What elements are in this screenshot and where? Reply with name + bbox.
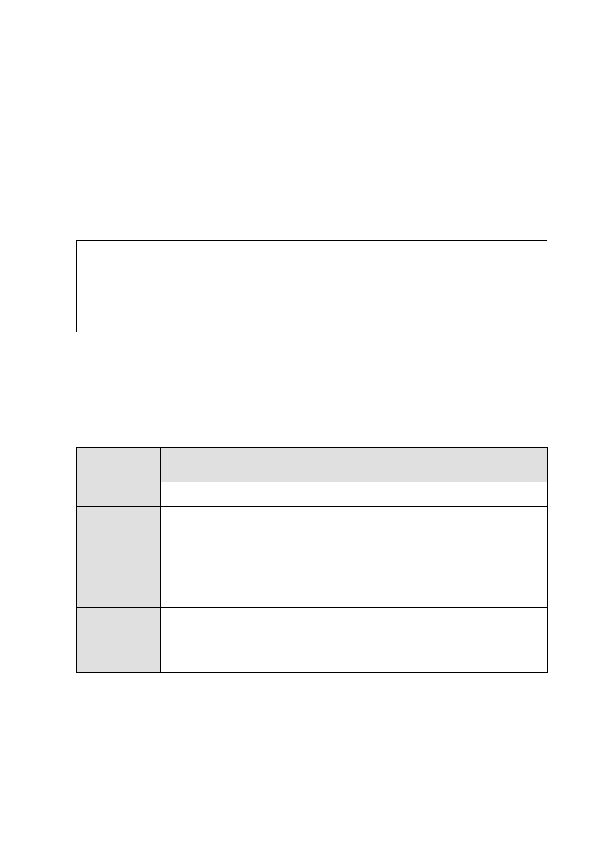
table-cell bbox=[161, 608, 337, 673]
framed-box bbox=[76, 240, 547, 332]
table-cell bbox=[161, 482, 548, 507]
table-cell bbox=[161, 448, 548, 482]
table-cell bbox=[161, 507, 548, 547]
table-cell bbox=[77, 507, 161, 547]
table-cell bbox=[337, 608, 548, 673]
table-cell bbox=[77, 482, 161, 507]
table-row bbox=[77, 608, 548, 673]
table-row bbox=[77, 547, 548, 608]
table-cell bbox=[77, 547, 161, 608]
table-row bbox=[77, 482, 548, 507]
table-cell bbox=[77, 608, 161, 673]
data-table bbox=[76, 447, 548, 673]
table-cell bbox=[337, 547, 548, 608]
document-page bbox=[0, 0, 613, 868]
table-cell bbox=[161, 547, 337, 608]
table-row bbox=[77, 507, 548, 547]
table-row bbox=[77, 448, 548, 482]
table-cell bbox=[77, 448, 161, 482]
